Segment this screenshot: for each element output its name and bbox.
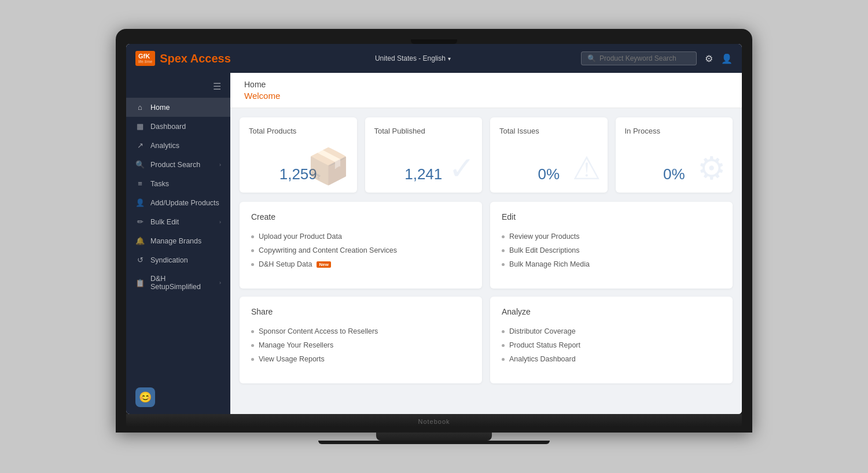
stat-title-total-issues: Total Issues xyxy=(499,127,598,135)
link-label-12: Analytics Dashboard xyxy=(509,355,576,363)
dot-icon-7 xyxy=(251,330,254,333)
stat-title-total-products: Total Products xyxy=(249,127,348,135)
settings-icon[interactable]: ⚙ xyxy=(705,53,713,64)
page-header: Home Welcome xyxy=(230,73,742,108)
nav-right: 🔍 ⚙ 👤 xyxy=(581,51,733,65)
link-label-3: D&H Setup Data xyxy=(259,260,312,268)
sidebar-label-dashboard: Dashboard xyxy=(150,123,221,131)
sidebar-label-syndication: Syndication xyxy=(150,256,221,264)
sidebar-item-dh-setup[interactable]: 📋 D&H SetupSimplified › xyxy=(126,269,230,296)
search-icon: 🔍 xyxy=(587,54,596,62)
link-analytics-dashboard[interactable]: Analytics Dashboard xyxy=(502,352,721,366)
link-dh-setup-data[interactable]: D&H Setup Data New xyxy=(251,257,470,271)
brand-logo: GfK life.time Spex Access xyxy=(135,51,231,66)
dot-icon-3 xyxy=(251,263,254,266)
link-label-2: Copywriting and Content Creation Service… xyxy=(259,246,397,254)
sidebar-item-manage-brands[interactable]: 🔔 Manage Brands xyxy=(126,231,230,250)
brand-prefix: Spex xyxy=(160,52,190,65)
sidebar: ☰ ⌂ Home ▦ Dashboard ↗ Analytics xyxy=(126,73,230,414)
page-welcome: Welcome xyxy=(244,91,728,101)
link-manage-resellers[interactable]: Manage Your Resellers xyxy=(251,338,470,352)
chevron-right-icon-3: › xyxy=(219,280,221,286)
content-area: Home Welcome Total Products 📦 1,259 xyxy=(230,73,742,414)
dot-icon-10 xyxy=(502,330,505,333)
link-upload-product-data[interactable]: Upload your Product Data xyxy=(251,230,470,243)
link-label-7: Sponsor Content Access to Resellers xyxy=(259,327,378,335)
locale-selector[interactable]: United States - English xyxy=(375,54,451,62)
new-badge: New xyxy=(317,261,330,268)
create-edit-row: Create Upload your Product Data Copywrit… xyxy=(230,202,742,297)
sidebar-bottom: 😊 xyxy=(126,380,230,414)
laptop-screen: GfK life.time Spex Access United States … xyxy=(126,44,742,414)
user-icon[interactable]: 👤 xyxy=(721,53,733,64)
link-review-products[interactable]: Review your Products xyxy=(502,230,721,243)
screen-bezel: GfK life.time Spex Access United States … xyxy=(116,29,752,433)
section-title-edit: Edit xyxy=(502,212,721,221)
sidebar-toggle[interactable]: ☰ xyxy=(126,77,230,95)
syndication-icon: ↺ xyxy=(135,256,145,264)
stat-card-in-process: In Process ⚙ 0% xyxy=(616,117,733,193)
section-card-create: Create Upload your Product Data Copywrit… xyxy=(240,202,482,289)
sidebar-item-dashboard[interactable]: ▦ Dashboard xyxy=(126,117,230,136)
page-breadcrumb: Home xyxy=(244,80,728,89)
chatbot-button[interactable]: 😊 xyxy=(135,387,155,407)
chevron-right-icon-2: › xyxy=(219,219,221,225)
stat-title-in-process: In Process xyxy=(625,127,724,135)
gfk-label: GfK xyxy=(138,53,152,60)
camera-notch xyxy=(411,39,457,44)
sidebar-item-analytics[interactable]: ↗ Analytics xyxy=(126,136,230,155)
stat-card-total-issues: Total Issues ⚠ 0% xyxy=(490,117,608,193)
dot-icon-9 xyxy=(251,358,254,361)
stat-bg-icon-products: 📦 xyxy=(307,146,350,187)
section-title-share: Share xyxy=(251,307,470,316)
sidebar-label-product-search: Product Search xyxy=(150,161,214,169)
link-distributor-coverage[interactable]: Distributor Coverage xyxy=(502,324,721,338)
dot-icon xyxy=(251,235,254,238)
section-card-edit: Edit Review your Products Bulk Edit Desc… xyxy=(490,202,733,289)
dot-icon-8 xyxy=(251,344,254,347)
chevron-right-icon: › xyxy=(219,162,221,168)
sidebar-label-tasks: Tasks xyxy=(150,180,221,188)
sidebar-item-product-search[interactable]: 🔍 Product Search › xyxy=(126,155,230,174)
sidebar-item-syndication[interactable]: ↺ Syndication xyxy=(126,250,230,269)
sidebar-item-bulk-edit[interactable]: ✏ Bulk Edit › xyxy=(126,212,230,231)
stat-title-total-published: Total Published xyxy=(374,127,473,135)
laptop-foot xyxy=(318,441,550,444)
search-input[interactable] xyxy=(599,54,690,62)
link-view-usage-reports[interactable]: View Usage Reports xyxy=(251,352,470,366)
sidebar-item-home[interactable]: ⌂ Home xyxy=(126,98,230,117)
top-navbar: GfK life.time Spex Access United States … xyxy=(126,44,742,73)
link-label-9: View Usage Reports xyxy=(259,355,325,363)
product-search-icon: 🔍 xyxy=(135,160,145,169)
dot-icon-11 xyxy=(502,344,505,347)
analytics-icon: ↗ xyxy=(135,141,145,150)
link-copywriting[interactable]: Copywriting and Content Creation Service… xyxy=(251,243,470,257)
add-products-icon: 👤 xyxy=(135,198,145,207)
dot-icon-5 xyxy=(502,249,505,252)
search-box[interactable]: 🔍 xyxy=(581,51,697,65)
gfk-badge: GfK life.time xyxy=(135,51,155,66)
bulk-edit-icon: ✏ xyxy=(135,217,145,226)
tasks-icon: ≡ xyxy=(135,179,145,188)
main-layout: ☰ ⌂ Home ▦ Dashboard ↗ Analytics xyxy=(126,73,742,414)
link-label-6: Bulk Manage Rich Media xyxy=(509,260,590,268)
link-product-status-report[interactable]: Product Status Report xyxy=(502,338,721,352)
link-label-10: Distributor Coverage xyxy=(509,327,576,335)
section-card-analyze: Analyze Distributor Coverage Product Sta… xyxy=(490,297,733,383)
link-sponsor-content[interactable]: Sponsor Content Access to Resellers xyxy=(251,324,470,338)
stat-bg-icon-published: ✓ xyxy=(448,150,475,187)
link-bulk-edit-descriptions[interactable]: Bulk Edit Descriptions xyxy=(502,243,721,257)
dot-icon-6 xyxy=(502,263,505,266)
link-label-11: Product Status Report xyxy=(509,341,580,349)
laptop-frame: GfK life.time Spex Access United States … xyxy=(116,29,752,444)
dot-icon-12 xyxy=(502,358,505,361)
brand-name: Spex Access xyxy=(160,52,231,65)
link-bulk-manage-rich-media[interactable]: Bulk Manage Rich Media xyxy=(502,257,721,271)
sidebar-item-tasks[interactable]: ≡ Tasks xyxy=(126,174,230,193)
link-label-4: Review your Products xyxy=(509,232,580,241)
stat-card-total-published: Total Published ✓ 1,241 xyxy=(365,117,483,193)
sidebar-label-bulk-edit: Bulk Edit xyxy=(150,218,214,226)
laptop-stand xyxy=(376,433,492,441)
laptop-label: Notebook xyxy=(418,418,450,425)
sidebar-item-add-update[interactable]: 👤 Add/Update Products xyxy=(126,193,230,212)
